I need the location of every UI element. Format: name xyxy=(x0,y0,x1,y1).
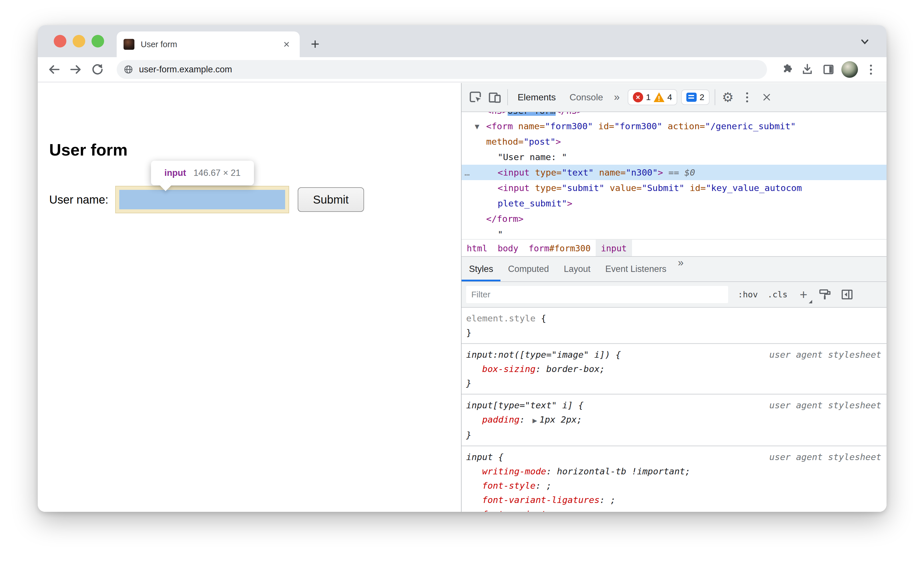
code-token: "text" xyxy=(562,167,594,178)
styles-filter-input[interactable] xyxy=(466,286,728,303)
back-icon[interactable] xyxy=(45,61,63,78)
selector-token: input[type="text" i] { xyxy=(466,400,584,410)
property-name: writing-mode xyxy=(482,466,546,477)
code-token: value xyxy=(610,183,636,193)
dom-tree-row[interactable]: <input type="submit" value="Submit" id="… xyxy=(462,180,886,196)
code-token: "form300" xyxy=(545,121,593,131)
devtools-close-icon[interactable] xyxy=(759,89,775,105)
chevron-down-icon[interactable] xyxy=(857,34,873,50)
dom-row-code: <h3>User form</h3> xyxy=(486,112,886,118)
pane-tab-layout[interactable]: Layout xyxy=(556,257,598,281)
extensions-puzzle-icon[interactable] xyxy=(778,61,795,78)
tab-close-icon[interactable] xyxy=(280,38,293,51)
code-token: <h3> xyxy=(486,112,508,116)
css-property[interactable]: font-variant-caps: ; xyxy=(462,507,886,512)
submit-button[interactable]: Submit xyxy=(298,187,364,212)
css-property[interactable]: font-style: ; xyxy=(462,478,886,493)
reload-icon[interactable] xyxy=(88,61,106,78)
styles-filter-bar: :hov .cls + xyxy=(462,282,886,308)
css-selector[interactable]: input:not([type="image" i]) {user agent … xyxy=(462,348,886,362)
dom-tree-row[interactable]: plete_submit"> xyxy=(462,196,886,211)
side-panel-icon[interactable] xyxy=(820,61,837,78)
issues-badge-group[interactable]: × 1 ! 4 xyxy=(628,89,677,105)
devtools-menu-kebab-icon[interactable] xyxy=(739,89,755,105)
more-tabs-icon[interactable]: » xyxy=(610,91,624,103)
css-property[interactable]: font-variant-ligatures: ; xyxy=(462,493,886,507)
devtools-panel: ElementsConsole » × 1 ! 4 2 ⚙ xyxy=(461,83,886,512)
code-token: = xyxy=(636,183,642,193)
inspect-element-icon[interactable] xyxy=(467,89,483,105)
code-token: > xyxy=(658,167,663,178)
browser-toolbar: user-form.example.com xyxy=(38,57,886,82)
device-toolbar-icon[interactable] xyxy=(487,89,503,105)
selector-token: input:not([type="image" i]) { xyxy=(466,349,621,360)
code-token: name xyxy=(518,121,540,131)
dom-tree-row[interactable]: …<input type="text" name="n300"> == $0 xyxy=(462,165,886,180)
dom-tree-row[interactable]: method="post"> xyxy=(462,134,886,149)
code-token: action xyxy=(668,121,700,131)
dom-tree-row[interactable]: "User name: " xyxy=(462,149,886,165)
pane-tab-styles[interactable]: Styles xyxy=(462,257,501,281)
code-token: type xyxy=(535,167,556,178)
css-property[interactable]: padding: ▶1px 2px; xyxy=(462,412,886,428)
dom-tree-row[interactable]: " xyxy=(462,226,886,239)
devtools-tab-elements[interactable]: Elements xyxy=(511,83,562,111)
breadcrumb-item[interactable]: body xyxy=(492,240,524,257)
code-token: name xyxy=(599,167,621,178)
messages-badge-group[interactable]: 2 xyxy=(681,90,710,105)
code-token: "form300" xyxy=(614,121,662,131)
css-property[interactable]: writing-mode: horizontal-tb !important; xyxy=(462,464,886,478)
new-tab-button[interactable]: + xyxy=(307,36,324,52)
dom-tree-row[interactable]: <h3>User form</h3> xyxy=(462,112,886,118)
dom-tree-row[interactable]: </form> xyxy=(462,211,886,226)
css-selector[interactable]: input[type="text" i] {user agent stylesh… xyxy=(462,398,886,412)
toggle-class-button[interactable]: .cls xyxy=(768,290,788,299)
profile-avatar[interactable] xyxy=(842,61,858,78)
dom-tree-row[interactable]: ▼<form name="form300" id="form300" actio… xyxy=(462,118,886,134)
code-token: <form xyxy=(486,121,518,131)
css-close-brace: } xyxy=(462,376,886,390)
settings-gear-icon[interactable]: ⚙ xyxy=(720,89,736,105)
breadcrumb-item[interactable]: form#form300 xyxy=(524,240,596,257)
download-icon[interactable] xyxy=(799,61,816,78)
devtools-toolbar: ElementsConsole » × 1 ! 4 2 ⚙ xyxy=(462,83,886,112)
breadcrumb-item[interactable]: html xyxy=(462,240,492,257)
toggle-hover-state-button[interactable]: :hov xyxy=(738,290,758,299)
stylesheet-origin: user agent stylesheet xyxy=(769,450,881,464)
breadcrumb-token: body xyxy=(498,243,518,253)
pane-tab-computed[interactable]: Computed xyxy=(501,257,556,281)
forward-icon[interactable] xyxy=(67,61,85,78)
code-token: "n300" xyxy=(626,167,658,178)
dom-row-code: ▼<form name="form300" id="form300" actio… xyxy=(486,121,796,131)
browser-menu-kebab-icon[interactable] xyxy=(862,61,879,78)
breadcrumb: htmlbodyform#form300input xyxy=(462,239,886,257)
show-sidebar-icon[interactable] xyxy=(840,287,855,302)
css-property[interactable]: box-sizing: border-box; xyxy=(462,362,886,376)
new-style-rule-button[interactable]: + xyxy=(797,287,810,302)
pane-tab-event-listeners[interactable]: Event Listeners xyxy=(598,257,674,281)
expand-value-icon[interactable]: ▶ xyxy=(530,417,539,424)
code-token: = xyxy=(620,167,626,178)
breadcrumb-item[interactable]: input xyxy=(596,240,632,257)
pane-more-tabs-icon[interactable]: » xyxy=(674,257,687,281)
maximize-window-button[interactable] xyxy=(92,35,104,48)
stylesheet-origin: user agent stylesheet xyxy=(769,398,881,412)
devtools-tab-console[interactable]: Console xyxy=(562,83,610,111)
code-token: "key_value_autocom xyxy=(706,183,802,193)
close-window-button[interactable] xyxy=(54,35,66,48)
code-token xyxy=(684,183,690,193)
dom-row-code: <input type="text" name="n300"> == $0 xyxy=(498,167,695,178)
css-rule: input:not([type="image" i]) {user agent … xyxy=(462,344,886,394)
code-token: </h3> xyxy=(556,112,582,116)
css-selector[interactable]: input {user agent stylesheet xyxy=(462,450,886,464)
browser-tab[interactable]: User form xyxy=(117,31,300,57)
paint-roller-icon[interactable] xyxy=(818,287,832,302)
address-bar[interactable]: user-form.example.com xyxy=(117,60,767,79)
css-selector[interactable]: element.style { xyxy=(462,311,886,325)
overflow-dots-icon[interactable]: … xyxy=(464,165,471,180)
username-input[interactable] xyxy=(115,186,289,213)
inspect-highlight-overlay xyxy=(119,190,285,209)
minimize-window-button[interactable] xyxy=(73,35,85,48)
expand-arrow-icon[interactable]: ▼ xyxy=(475,119,486,134)
property-name: padding xyxy=(482,414,520,425)
